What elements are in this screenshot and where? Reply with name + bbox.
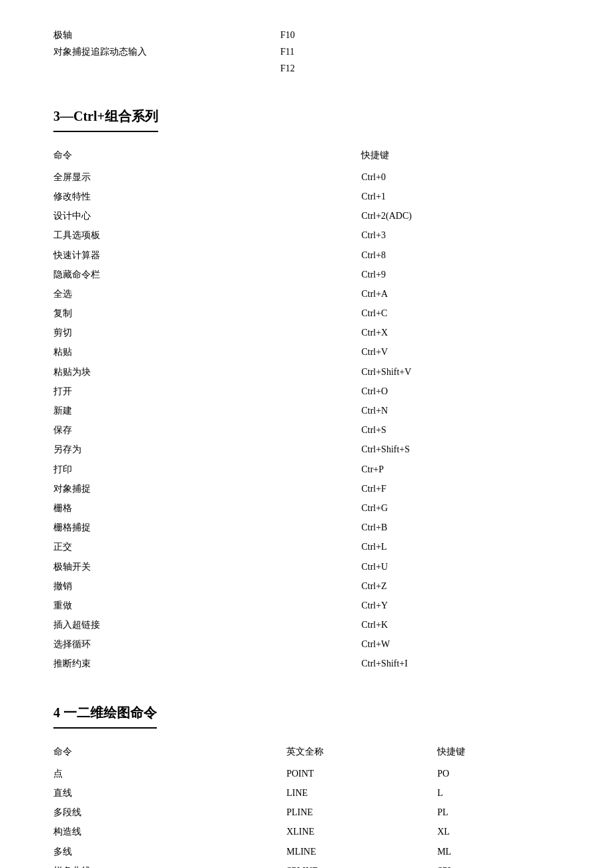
cmd-osnap-track: 对象捕捉追踪动态输入 — [53, 43, 280, 60]
key-ctrlo: Ctrl+O — [361, 382, 561, 401]
key-ctrlw: Ctrl+W — [361, 634, 561, 654]
cmd-spline: 样条曲线 — [53, 861, 286, 868]
key-ctrlshiftv: Ctrl+Shift+V — [361, 362, 561, 382]
key-ctrls: Ctrl+S — [361, 420, 561, 440]
top-entry-1: 极轴 F10 — [53, 27, 561, 43]
key-ctrl1: Ctrl+1 — [361, 187, 561, 206]
cmd-quickcalc: 快速计算器 — [53, 246, 361, 265]
cmd-inferconstr: 推断约束 — [53, 654, 361, 673]
cmd-polar-toggle: 极轴开关 — [53, 557, 361, 576]
table-row: 多线 MLINE ML — [53, 842, 561, 861]
section3-table: 命令 快捷键 全屏显示 Ctrl+0 修改特性 Ctrl+1 设计中心 Ctrl… — [53, 145, 561, 674]
table-row: 构造线 XLINE XL — [53, 822, 561, 841]
cmd-mline: 多线 — [53, 842, 286, 861]
cmd-hidecmd: 隐藏命令栏 — [53, 265, 361, 284]
table-row: 栅格捕捉 Ctrl+B — [53, 518, 561, 537]
cmd-saveas: 另存为 — [53, 440, 361, 459]
table-row: 样条曲线 SPLINE SPL — [53, 861, 561, 868]
key-ctrlv: Ctrl+V — [361, 342, 561, 362]
table-row: 修改特性 Ctrl+1 — [53, 187, 561, 206]
table-row: 插入超链接 Ctrl+K — [53, 615, 561, 634]
cmd-toolpalette: 工具选项板 — [53, 226, 361, 245]
cmd-open: 打开 — [53, 382, 361, 401]
key-ctrlp: Ctr+P — [361, 460, 561, 479]
section4-table: 命令 英文全称 快捷键 点 POINT PO 直线 LINE L 多段线 PLI… — [53, 742, 561, 868]
table-row: 打开 Ctrl+O — [53, 382, 561, 401]
cmd-new: 新建 — [53, 401, 361, 420]
table-row: 工具选项板 Ctrl+3 — [53, 226, 561, 245]
table-row: 另存为 Ctrl+Shift+S — [53, 440, 561, 459]
cmd-paste: 粘贴 — [53, 342, 361, 362]
top-entries: 极轴 F10 对象捕捉追踪动态输入 F11 F12 — [53, 27, 561, 77]
table-row: 新建 Ctrl+N — [53, 401, 561, 420]
key-xl: XL — [437, 822, 561, 841]
section3-title: 3—Ctrl+组合系列 — [53, 104, 158, 132]
key-ctrla: Ctrl+A — [361, 284, 561, 304]
table-row: 栅格 Ctrl+G — [53, 498, 561, 518]
cmd-point: 点 — [53, 764, 286, 783]
table-row: 对象捕捉 Ctrl+F — [53, 479, 561, 498]
cmd-hyperlink: 插入超链接 — [53, 615, 361, 634]
key-f12: F12 — [280, 60, 427, 77]
en-spline: SPLINE — [286, 861, 437, 868]
draw2d-table: 命令 英文全称 快捷键 点 POINT PO 直线 LINE L 多段线 PLI… — [53, 742, 561, 868]
table-row: 粘贴 Ctrl+V — [53, 342, 561, 362]
cmd-pasteblock: 粘贴为块 — [53, 362, 361, 382]
section4-title: 4 一二维绘图命令 — [53, 701, 157, 729]
cmd-polax: 极轴 — [53, 27, 280, 43]
table-row: 全选 Ctrl+A — [53, 284, 561, 304]
key-ctrl2: Ctrl+2(ADC) — [361, 206, 561, 226]
table-row: 剪切 Ctrl+X — [53, 323, 561, 342]
table-row: 撤销 Ctrl+Z — [53, 576, 561, 596]
key-f11: F11 — [280, 43, 427, 60]
key-ctrlg: Ctrl+G — [361, 498, 561, 518]
key-ctrl9: Ctrl+9 — [361, 265, 561, 284]
en-pline: PLINE — [286, 803, 437, 822]
key-ctrl8: Ctrl+8 — [361, 246, 561, 265]
cmd-modprop: 修改特性 — [53, 187, 361, 206]
table-row: 打印 Ctr+P — [53, 460, 561, 479]
cmd-ortho: 正交 — [53, 537, 361, 556]
top-entry-2: 对象捕捉追踪动态输入 F11 — [53, 43, 561, 60]
ctrl-table: 命令 快捷键 全屏显示 Ctrl+0 修改特性 Ctrl+1 设计中心 Ctrl… — [53, 145, 561, 674]
en-xline: XLINE — [286, 822, 437, 841]
cmd-empty — [53, 60, 280, 77]
cmd-redo: 重做 — [53, 596, 361, 615]
table-row: 保存 Ctrl+S — [53, 420, 561, 440]
key-ctrlx: Ctrl+X — [361, 323, 561, 342]
draw2d-header-row: 命令 英文全称 快捷键 — [53, 742, 561, 764]
table-row: 点 POINT PO — [53, 764, 561, 783]
draw2d-header-key: 快捷键 — [437, 742, 561, 764]
table-row: 多段线 PLINE PL — [53, 803, 561, 822]
cmd-xline: 构造线 — [53, 822, 286, 841]
key-ctrlc: Ctrl+C — [361, 304, 561, 323]
table-row: 极轴开关 Ctrl+U — [53, 557, 561, 576]
table-row: 推断约束 Ctrl+Shift+I — [53, 654, 561, 673]
cmd-save: 保存 — [53, 420, 361, 440]
cmd-line: 直线 — [53, 783, 286, 803]
table-row: 全屏显示 Ctrl+0 — [53, 167, 561, 187]
key-ml: ML — [437, 842, 561, 861]
key-ctrlu: Ctrl+U — [361, 557, 561, 576]
top-entry-3: F12 — [53, 60, 561, 77]
cmd-designcenter: 设计中心 — [53, 206, 361, 226]
cmd-gridsnap: 栅格捕捉 — [53, 518, 361, 537]
table-row: 隐藏命令栏 Ctrl+9 — [53, 265, 561, 284]
key-ctrlk: Ctrl+K — [361, 615, 561, 634]
cmd-copy: 复制 — [53, 304, 361, 323]
key-spl: SPL — [437, 861, 561, 868]
key-ctrll: Ctrl+L — [361, 537, 561, 556]
en-line: LINE — [286, 783, 437, 803]
cmd-fullscreen: 全屏显示 — [53, 167, 361, 187]
key-f10: F10 — [280, 27, 427, 43]
ctrl-header-row: 命令 快捷键 — [53, 145, 561, 167]
cmd-osnap: 对象捕捉 — [53, 479, 361, 498]
table-row: 粘贴为块 Ctrl+Shift+V — [53, 362, 561, 382]
key-ctrlb: Ctrl+B — [361, 518, 561, 537]
key-ctrlz: Ctrl+Z — [361, 576, 561, 596]
key-ctrly: Ctrl+Y — [361, 596, 561, 615]
table-row: 设计中心 Ctrl+2(ADC) — [53, 206, 561, 226]
key-ctrlshifti: Ctrl+Shift+I — [361, 654, 561, 673]
key-ctrlf: Ctrl+F — [361, 479, 561, 498]
cmd-print: 打印 — [53, 460, 361, 479]
